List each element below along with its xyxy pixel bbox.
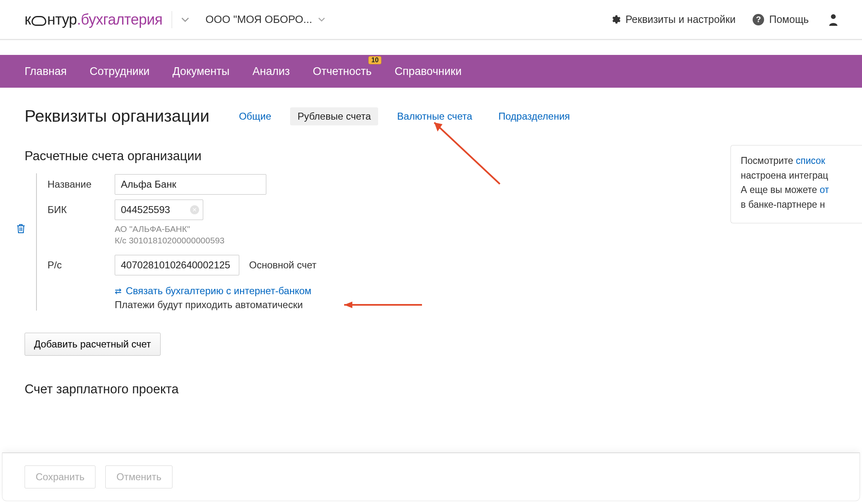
label-name: Название bbox=[48, 179, 108, 190]
logo-ntur: нтур bbox=[47, 11, 77, 28]
help-icon: ? bbox=[753, 14, 764, 25]
page-title: Реквизиты организации bbox=[25, 107, 209, 126]
settings-label: Реквизиты и настройки bbox=[626, 14, 736, 25]
user-icon bbox=[829, 12, 837, 27]
company-label: ООО "МОЯ ОБОРО... bbox=[206, 13, 312, 26]
tab-rub-accounts[interactable]: Рублевые счета bbox=[290, 107, 378, 125]
tab-general[interactable]: Общие bbox=[231, 107, 279, 125]
info-link1[interactable]: список bbox=[796, 155, 825, 166]
nav-analysis[interactable]: Анализ bbox=[252, 65, 290, 78]
info-link2[interactable]: от bbox=[820, 184, 829, 195]
rs-note: Основной счет bbox=[249, 259, 316, 271]
cancel-button[interactable]: Отменить bbox=[105, 465, 172, 488]
save-button[interactable]: Сохранить bbox=[25, 465, 95, 488]
info-line3a: А еще вы можете bbox=[741, 184, 820, 195]
user-menu[interactable] bbox=[826, 12, 837, 27]
link-internet-bank[interactable]: ⇄ Связать бухгалтерию с интернет-банком bbox=[115, 285, 311, 297]
top-header: к нтур .бухгалтерия ООО "МОЯ ОБОРО... Ре… bbox=[0, 0, 862, 40]
info-line4: в банке-партнере н bbox=[741, 198, 858, 212]
nav-employees[interactable]: Сотрудники bbox=[90, 65, 150, 78]
bottom-bar: Сохранить Отменить bbox=[2, 453, 860, 501]
product-dropdown[interactable] bbox=[181, 14, 189, 25]
main-nav: Главная Сотрудники Документы Анализ Отче… bbox=[0, 55, 862, 88]
content-area: Реквизиты организации Общие Рублевые сче… bbox=[0, 88, 862, 397]
help-label: Помощь bbox=[769, 14, 809, 25]
logo-separator bbox=[172, 11, 172, 28]
company-selector[interactable]: ООО "МОЯ ОБОРО... bbox=[206, 13, 325, 26]
help-link[interactable]: ? Помощь bbox=[753, 14, 809, 25]
nav-reports-label: Отчетность bbox=[313, 65, 372, 77]
logo-letter-k: к bbox=[25, 11, 31, 28]
salary-project-title: Счет зарплатного проекта bbox=[25, 382, 837, 397]
tabs: Общие Рублевые счета Валютные счета Подр… bbox=[231, 107, 577, 125]
swap-icon: ⇄ bbox=[115, 286, 122, 296]
gear-icon bbox=[610, 14, 621, 25]
logo-accounting: .бухгалтерия bbox=[77, 11, 163, 28]
nav-main[interactable]: Главная bbox=[25, 65, 67, 78]
info-panel: Посмотрите список настроена интеграц А е… bbox=[730, 145, 862, 223]
add-account-button[interactable]: Добавить расчетный счет bbox=[25, 333, 161, 356]
account-block: Название БИК ✕ АО "АЛЬФА-БАНК" К/с 30101… bbox=[36, 173, 837, 311]
tab-divisions[interactable]: Подразделения bbox=[491, 107, 578, 125]
clear-bik-icon[interactable]: ✕ bbox=[190, 205, 199, 214]
chevron-down-icon bbox=[318, 15, 325, 24]
label-rs: Р/с bbox=[48, 259, 108, 271]
nav-references[interactable]: Справочники bbox=[395, 65, 462, 78]
label-bik: БИК bbox=[48, 204, 108, 216]
info-line1a: Посмотрите bbox=[741, 155, 796, 166]
nav-reports-badge: 10 bbox=[368, 56, 381, 64]
bik-bank-name: АО "АЛЬФА-БАНК" bbox=[115, 223, 837, 235]
nav-documents[interactable]: Документы bbox=[172, 65, 229, 78]
settings-link[interactable]: Реквизиты и настройки bbox=[610, 14, 736, 25]
info-line2: настроена интеграц bbox=[741, 168, 858, 183]
nav-reports[interactable]: Отчетность 10 bbox=[313, 65, 372, 78]
section-accounts-title: Расчетные счета организации bbox=[25, 149, 837, 163]
tab-currency-accounts[interactable]: Валютные счета bbox=[390, 107, 479, 125]
header-right: Реквизиты и настройки ? Помощь bbox=[610, 12, 837, 27]
link-internet-bank-subtext: Платежи будут приходить автоматически bbox=[115, 299, 837, 311]
bank-name-input[interactable] bbox=[115, 174, 266, 195]
delete-account-icon[interactable] bbox=[16, 223, 25, 235]
bik-help-text: АО "АЛЬФА-БАНК" К/с 30101810200000000593 bbox=[115, 223, 837, 247]
link-internet-bank-label: Связать бухгалтерию с интернет-банком bbox=[126, 285, 311, 297]
svg-point-0 bbox=[831, 14, 836, 19]
rs-input[interactable] bbox=[115, 255, 239, 275]
cloud-icon bbox=[32, 16, 46, 26]
bik-corr-account: К/с 30101810200000000593 bbox=[115, 235, 837, 246]
logo[interactable]: к нтур .бухгалтерия bbox=[25, 11, 163, 28]
